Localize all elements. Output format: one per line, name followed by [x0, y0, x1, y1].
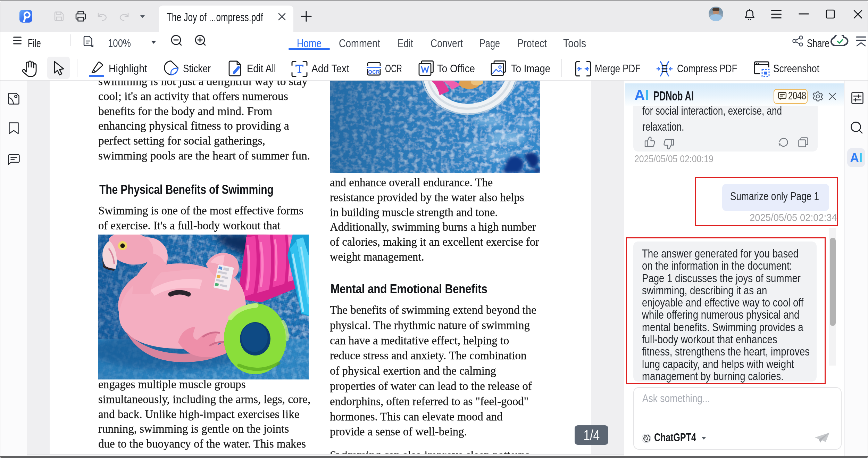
svg-text:OCR: OCR	[368, 69, 380, 75]
